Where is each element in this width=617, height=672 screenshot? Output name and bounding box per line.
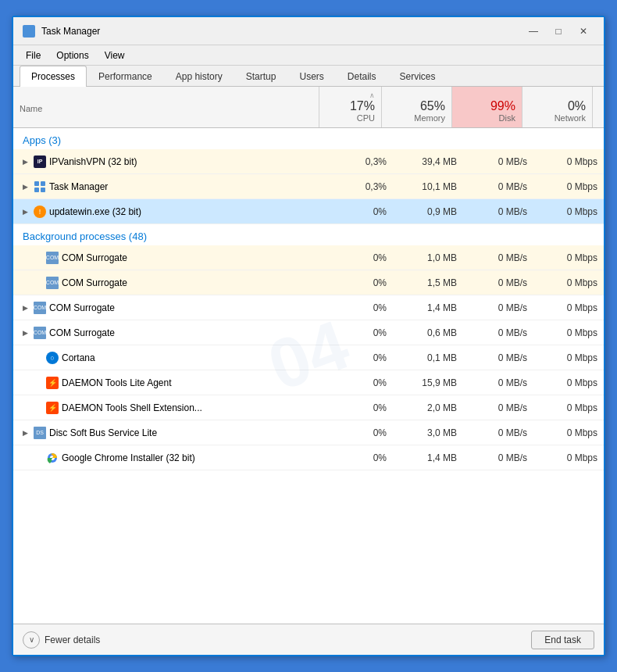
process-name-updatewin: ▶ ! updatewin.exe (32 bit) [13,202,330,221]
col-header-network[interactable]: 0% Network [522,87,593,127]
disk-cell: 0 MB/s [463,399,533,416]
cpu-cell: 0% [330,299,393,316]
mem-cell: 0,6 MB [393,324,463,341]
table-row[interactable]: ▶ ⚡ DAEMON Tools Shell Extension... 0% 2… [13,395,604,420]
net-cell: 0 Mbps [533,374,604,391]
name-col-label: Name [20,104,42,113]
menu-file[interactable]: File [20,48,47,63]
mem-cell: 3,0 MB [393,424,463,441]
process-label: DAEMON Tools Lite Agent [62,377,172,388]
minimize-button[interactable]: — [522,23,544,39]
expand-icon[interactable]: ▶ [20,427,30,438]
table-row[interactable]: ▶ ⚡ DAEMON Tools Lite Agent 0% 15,9 MB 0… [13,370,604,395]
process-name-cortana: ▶ ○ Cortana [13,349,330,367]
menu-bar: File Options View [13,45,604,66]
update-icon: ! [34,206,46,218]
col-header-disk[interactable]: 99% Disk [452,87,522,127]
disk-cell: 0 MB/s [463,249,533,266]
tab-startup[interactable]: Startup [234,66,288,87]
net-cell: 0 Mbps [533,203,604,220]
svg-rect-7 [41,188,45,192]
disk-cell: 0 MB/s [463,324,533,341]
mem-cell: 1,0 MB [393,249,463,266]
process-name-daemon2: ▶ ⚡ DAEMON Tools Shell Extension... [13,399,330,417]
svg-rect-1 [30,27,34,30]
cpu-cell: 0% [330,449,393,466]
net-cell: 0 Mbps [533,324,604,341]
table-row[interactable]: ▶ ! updatewin.exe (32 bit) 0% 0,9 MB 0 M… [13,199,604,224]
maximize-button[interactable]: □ [547,23,569,39]
svg-rect-5 [41,181,45,186]
net-cell: 0 Mbps [533,178,604,195]
expand-icon[interactable]: ▶ [20,181,30,192]
table-row[interactable]: ▶ COM COM Surrogate 0% 0,6 MB 0 MB/s 0 M… [13,320,604,345]
col-header-cpu[interactable]: ∧ 17% CPU [319,87,382,127]
cpu-cell: 0% [330,399,393,416]
com-icon: COM [34,302,46,314]
menu-options[interactable]: Options [50,48,95,63]
title-bar: Task Manager — □ ✕ [13,17,604,45]
process-table: Name ∧ 17% CPU 65% Memory 99% [13,87,604,624]
table-row[interactable]: ▶ COM COM Surrogate 0% 1,5 MB 0 MB/s 0 M… [13,270,604,295]
expand-icon[interactable]: ▶ [20,206,30,217]
close-button[interactable]: ✕ [572,23,594,39]
title-bar-left: Task Manager [23,25,100,38]
daemon-shell-icon: ⚡ [46,402,59,414]
expand-icon[interactable]: ▶ [20,327,30,338]
process-label: updatewin.exe (32 bit) [49,206,141,217]
table-row[interactable]: ▶ DS Disc Soft Bus Service Lite 0% 3,0 M… [13,420,604,445]
process-label: IPVanishVPN (32 bit) [49,156,137,167]
fewer-details-label: Fewer details [45,634,100,645]
cpu-cell: 0% [330,249,393,266]
mem-cell: 1,4 MB [393,299,463,316]
tab-processes[interactable]: Processes [20,66,87,87]
table-row[interactable]: ▶ IP IPVanishVPN (32 bit) 0,3% 39,4 MB 0… [13,149,604,174]
table-body[interactable]: Apps (3) ▶ IP IPVanishVPN (32 bit) 0,3% … [13,128,604,624]
col-header-name[interactable]: Name [13,87,319,127]
content-area: Name ∧ 17% CPU 65% Memory 99% [13,87,604,624]
col-header-memory[interactable]: 65% Memory [382,87,452,127]
task-manager-window: Task Manager — □ ✕ File Options View Pro… [12,16,605,656]
tab-users[interactable]: Users [287,66,335,87]
tab-apphistory[interactable]: App history [164,66,234,87]
table-row[interactable]: ▶ COM COM Surrogate 0% 1,4 MB 0 MB/s 0 M… [13,295,604,320]
cpu-cell: 0% [330,349,393,366]
table-row[interactable]: ▶ Google Chrome Installer (32 bit) [13,445,604,470]
mem-cell: 1,5 MB [393,274,463,291]
section-background: Background processes (48) [13,224,604,245]
tab-services[interactable]: Services [388,66,448,87]
end-task-button[interactable]: End task [531,631,594,649]
tab-details[interactable]: Details [336,66,388,87]
expand-icon[interactable]: ▶ [20,302,30,313]
process-name-disc: ▶ DS Disc Soft Bus Service Lite [13,424,330,442]
tab-performance[interactable]: Performance [87,66,164,87]
net-cell: 0 Mbps [533,424,604,441]
cpu-cell: 0% [330,203,393,220]
table-row[interactable]: ▶ ○ Cortana 0% 0,1 MB 0 MB/s 0 Mbps [13,345,604,370]
mem-cell: 10,1 MB [393,178,463,195]
process-name-com4: ▶ COM COM Surrogate [13,323,330,342]
disk-cell: 0 MB/s [463,374,533,391]
process-label: Cortana [62,352,95,363]
fewer-details-arrow: ∨ [23,631,40,649]
svg-rect-4 [34,181,39,186]
process-label: Task Manager [49,181,108,192]
fewer-details-btn[interactable]: ∨ Fewer details [23,631,100,649]
disk-cell: 0 MB/s [463,203,533,220]
process-name-daemon1: ▶ ⚡ DAEMON Tools Lite Agent [13,374,330,392]
menu-view[interactable]: View [98,48,131,63]
disk-cell: 0 MB/s [463,449,533,466]
cpu-cell: 0% [330,374,393,391]
net-cell: 0 Mbps [533,274,604,291]
mem-cell: 15,9 MB [393,374,463,391]
title-controls: — □ ✕ [522,23,594,39]
table-row[interactable]: ▶ Task Manager 0,3% 10,1 MB [13,174,604,199]
table-row[interactable]: ▶ COM COM Surrogate 0% 1,0 MB 0 MB/s 0 M… [13,245,604,270]
mem-cell: 1,4 MB [393,449,463,466]
table-header: Name ∧ 17% CPU 65% Memory 99% [13,87,604,128]
expand-icon[interactable]: ▶ [20,156,30,167]
process-label: Google Chrome Installer (32 bit) [62,452,195,463]
svg-rect-3 [30,32,34,36]
cpu-cell: 0% [330,324,393,341]
mem-cell: 2,0 MB [393,399,463,416]
